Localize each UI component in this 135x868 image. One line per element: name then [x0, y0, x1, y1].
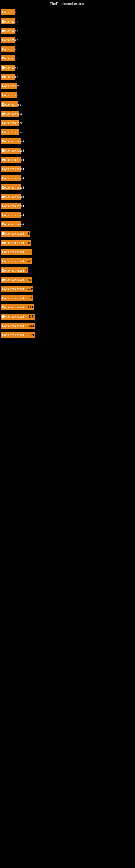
- bar-label: Bottleneck result: [2, 158, 24, 161]
- bar-label: Bottleneck result: [2, 297, 24, 300]
- bar-label: Bottleneck result: [2, 324, 24, 328]
- bar-row: Bottleneck result: [1, 220, 135, 228]
- bar-row: Bottleneck res: [1, 101, 135, 108]
- bar-row: Bottleneck result: [1, 202, 135, 210]
- bar-label: Bottleneck re: [2, 84, 19, 88]
- bar-row: Bottleneck r: [1, 55, 135, 62]
- bar-row: Bottleneck result: [1, 211, 135, 219]
- bar-row: 4Bottleneck result: [1, 267, 135, 274]
- bar-label: Bottleneck result: [2, 306, 24, 309]
- bar-row: 52.Bottleneck result: [1, 294, 135, 302]
- bar-label: Bottleneck r: [2, 48, 18, 51]
- bar-label: Bottleneck resu: [2, 130, 23, 134]
- bar-label: Bottleneck result: [2, 167, 24, 170]
- bar-row: Bottleneck resu: [1, 110, 135, 118]
- bar-row: Bottleneck result: [1, 156, 135, 163]
- bar-label: Bottleneck result: [2, 333, 24, 337]
- bar-row: 44Bottleneck result: [1, 239, 135, 247]
- bar-label: Bottleneck result: [2, 259, 24, 263]
- bar-label: Bottleneck r: [2, 29, 18, 32]
- bar-label: Bottleneck res: [2, 103, 21, 106]
- bar-value: 4: [26, 269, 27, 272]
- bar-label: Bottleneck re: [2, 94, 19, 97]
- bar-label: Bottleneck result: [2, 278, 24, 281]
- bar-label: Bottleneck result: [2, 177, 24, 180]
- bar-row: Bottleneck result: [1, 193, 135, 200]
- bar-label: Bottleneck result: [2, 204, 24, 208]
- bar-row: 521Bottleneck result: [1, 331, 135, 339]
- bar-label: Bottleneck resu: [2, 112, 23, 115]
- bar-value: 49: [28, 260, 31, 263]
- bar-label: Bottleneck r: [2, 66, 18, 69]
- bar-value: 54.1: [29, 324, 34, 328]
- bar-row: Bottleneck r: [1, 27, 135, 34]
- bar-label: Bottleneck r: [2, 57, 18, 60]
- bar-row: Bottleneck result: [1, 137, 135, 145]
- bar-label: Bottleneck result: [2, 214, 24, 217]
- bar-row: Bottleneck r: [1, 36, 135, 44]
- bar-row: Bottleneck re: [1, 82, 135, 90]
- bar-row: Bottleneck: [1, 8, 135, 16]
- bar-label: Bottleneck r: [2, 38, 18, 41]
- bar-row: Bottleneck r: [1, 73, 135, 81]
- bar-label: Bottleneck result: [2, 315, 24, 318]
- bar-value: 53.5: [29, 315, 34, 318]
- bar-row: 51Bottleneck result: [1, 248, 135, 256]
- bar-value: 4: [27, 232, 29, 235]
- bar-label: Bottleneck result: [2, 241, 24, 244]
- bar-row: Bottleneck resu: [1, 119, 135, 127]
- bar-value: 53.1: [28, 306, 33, 309]
- bar-row: Bottleneck r: [1, 64, 135, 71]
- bar-label: Bottleneck result: [2, 140, 24, 143]
- bar-value: 50: [28, 278, 31, 281]
- bar-label: Bottleneck result: [2, 250, 24, 254]
- bar-row: Bottleneck result: [1, 175, 135, 182]
- bar-row: Bottleneck resu: [1, 128, 135, 136]
- bar-label: Bottleneck: [2, 10, 16, 14]
- bar-row: Bottleneck r: [1, 45, 135, 53]
- bar-row: 49Bottleneck result: [1, 257, 135, 265]
- bar-value: 52.9: [28, 287, 33, 290]
- bar-row: Bottleneck result: [1, 184, 135, 191]
- bar-row: 52.9Bottleneck result: [1, 285, 135, 293]
- bar-row: Bottleneck result: [1, 165, 135, 173]
- bar-row: Bottleneck re: [1, 91, 135, 99]
- bar-row: 53.5Bottleneck result: [1, 313, 135, 320]
- bar-label: Bottleneck resu: [2, 121, 23, 124]
- bar-value: 51: [29, 251, 32, 254]
- bar-row: Bottleneck result: [1, 147, 135, 154]
- bar-value: 52.: [29, 297, 33, 300]
- bar-label: Bottleneck result: [2, 269, 24, 272]
- bar-value: 521: [30, 334, 34, 337]
- bar-label: Bottleneck result: [2, 232, 24, 235]
- bar-value: 44: [28, 241, 31, 244]
- bar-label: Bottleneck result: [2, 149, 24, 152]
- bar-row: 53.1Bottleneck result: [1, 304, 135, 311]
- bar-label: Bottleneck result: [2, 287, 24, 290]
- bar-label: Bottleneck result: [2, 186, 24, 189]
- bar-label: Bottleneck result: [2, 223, 24, 226]
- bar-row: 50Bottleneck result: [1, 276, 135, 283]
- bar-label: Bottleneck r: [2, 20, 18, 23]
- bar-row: Bottleneck r: [1, 18, 135, 25]
- bar-label: Bottleneck r: [2, 75, 18, 79]
- site-title: TheBottlenecker.com: [0, 0, 135, 7]
- bar-label: Bottleneck result: [2, 195, 24, 198]
- bar-row: 54.1Bottleneck result: [1, 322, 135, 330]
- bar-row: 4Bottleneck result: [1, 230, 135, 237]
